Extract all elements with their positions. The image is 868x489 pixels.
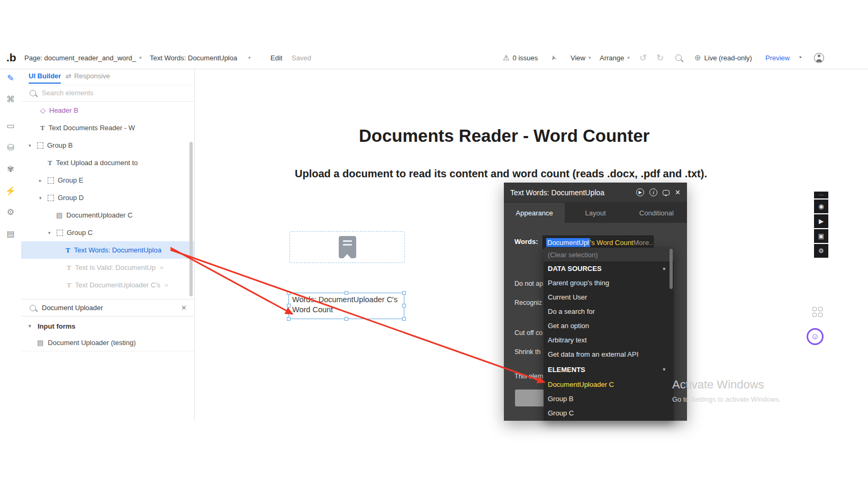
dropdown-clear-selection[interactable]: (Clear selection) [544,248,674,261]
tree-item-label: Text Documents Reader - W [49,124,135,132]
layers-icon[interactable]: ▣ [814,229,828,243]
tab-responsive-label: Responsive [74,72,110,80]
element-selector[interactable]: Text Words: DocumentUploa ▾ [150,47,251,69]
search-icon[interactable] [675,47,682,69]
tab-appearance[interactable]: Appearance [504,203,565,223]
dropdown-item-external-api[interactable]: Get data from an external API [544,347,674,361]
tree-item-label: Text Is Valid: DocumentUp [75,264,156,271]
tree-item-text-documents-reader[interactable]: T Text Documents Reader - W [21,119,194,137]
expression-selected-token[interactable]: DocumentUpl [546,238,590,247]
tree-item-text-documentuploader-cs[interactable]: T Text DocumentUploader C's ≈ [21,276,194,294]
expression-more-link[interactable]: More... [634,239,654,247]
selected-text-element[interactable]: Words: DocumentUploader C's Word Count [288,293,404,319]
uploader-element-icon: ▤ [56,211,62,219]
dropdown-item-group-c[interactable]: Group C [544,406,674,420]
undo-icon[interactable]: ↺ [639,47,647,69]
tab-ui-builder[interactable]: UI Builder [29,72,61,84]
card-tab-icon[interactable]: ▭ [0,121,21,131]
property-editor-titlebar[interactable]: Text Words: DocumentUploa ▶ i ✕ [504,183,687,203]
dropdown-scrollbar[interactable] [670,249,673,289]
text-element-line2: Word Count [292,305,401,315]
close-icon[interactable]: ✕ [675,188,681,196]
caret-down-icon[interactable]: ▾ [48,230,57,236]
dropdown-item-get-an-option[interactable]: Get an option [544,319,674,333]
resize-handle[interactable] [402,317,406,321]
account-avatar[interactable] [814,47,824,69]
tree-item-group-c[interactable]: ▾ Group C [21,224,194,241]
issues-indicator[interactable]: ⚠ 0 issues [503,47,538,69]
chat-widget-button[interactable]: ☺ [807,328,824,345]
logs-tab-icon[interactable]: ▤ [0,229,21,239]
tree-item-text-upload[interactable]: T Text Upload a document to [21,154,194,171]
view-menu[interactable]: View ▾ [571,47,591,69]
plugins-tab-icon[interactable]: ⚡ [0,186,21,196]
tree-item-text-words-selected[interactable]: T Text Words: DocumentUploa [21,241,194,259]
dropdown-item-arbitrary-text[interactable]: Arbitrary text [544,333,674,347]
resize-handle[interactable] [287,291,291,295]
expression-dynamic-token[interactable]: 's Word Count [590,239,634,247]
page-selector[interactable]: Page: document_reader_and_word_ ▾ [24,47,142,69]
caret-down-icon[interactable]: ▾ [39,195,48,201]
live-label: Live (read-only) [704,54,752,62]
dropdown-item-documentuploader-c[interactable]: DocumentUploader C [544,377,674,392]
design-tab-pencil-icon[interactable]: ✎ [0,73,21,83]
filter-input[interactable] [41,303,165,312]
caret-down-icon[interactable]: ▾ [29,323,34,329]
tree-item-group-d[interactable]: ▾ Group D [21,189,194,206]
tree-item-group-b[interactable]: ▾ Group B [21,137,194,154]
property-label-cut-off: Cut off co [514,329,542,337]
caret-right-icon[interactable]: ▸ [39,178,48,183]
apps-grid-icon[interactable] [812,307,822,317]
tree-item-group-e[interactable]: ▸ Group E [21,171,194,189]
gear-icon[interactable]: ⚙ [814,244,828,258]
capture-menu-dots-icon[interactable]: ⋯ [814,192,828,198]
dropdown-item-current-user[interactable]: Current User [544,290,674,304]
tree-item-label: Group B [47,141,73,149]
dropdown-item-group-b[interactable]: Group B [544,392,674,406]
preview-button[interactable]: Preview [765,47,790,69]
comment-icon[interactable] [663,190,670,195]
resize-handle[interactable] [345,317,348,321]
tree-item-documentuploader-c[interactable]: ▤ DocumentUploader C [21,206,194,224]
usage-pie-icon[interactable]: ◔ [797,47,868,69]
video-icon[interactable]: ▶ [814,214,828,228]
resize-handle[interactable] [287,304,291,307]
document-uploader-element[interactable] [290,231,405,263]
tab-layout[interactable]: Layout [565,203,626,223]
tree-item-text-is-valid[interactable]: T Text Is Valid: DocumentUp ≈ [21,259,194,276]
search-input[interactable] [41,88,159,97]
dropdown-item-parent-groups-thing[interactable]: Parent group's thing [544,276,674,290]
dropdown-header-elements[interactable]: ELEMENTS ▾ [544,361,674,377]
resize-handle[interactable] [345,291,348,295]
tree-scrollbar[interactable] [189,142,193,296]
redo-icon[interactable]: ↻ [656,47,664,69]
tab-responsive[interactable]: ⇄ Responsive [66,72,110,80]
clear-filter-icon[interactable]: ✕ [181,304,187,312]
resize-handle[interactable] [402,291,406,295]
settings-tab-icon[interactable]: ⚙ [0,207,21,217]
camera-icon[interactable]: ◉ [814,200,828,213]
resize-handle[interactable] [287,317,291,321]
dropdown-header-data-sources[interactable]: DATA SOURCES ▾ [544,261,674,276]
tree-item-header-b[interactable]: ◇ Header B [21,102,194,119]
live-mode-indicator[interactable]: ⊕ Live (read-only) [694,47,752,69]
play-icon[interactable]: ▶ [636,188,644,196]
bubble-logo[interactable]: .b [6,47,16,69]
dropdown-item-do-a-search-for[interactable]: Do a search for [544,304,674,319]
pointer-tool-icon[interactable]: ➤ [550,47,556,69]
tab-conditional[interactable]: Conditional [626,203,687,223]
data-tab-icon[interactable]: ⛁ [0,142,21,152]
styles-tab-icon[interactable]: ✾ [0,164,21,174]
info-icon[interactable]: i [649,188,657,196]
warning-icon: ⚠ [503,53,510,62]
arrange-menu[interactable]: Arrange ▾ [600,47,630,69]
workflow-tab-icon[interactable]: ⌘ [0,94,21,104]
edit-menu[interactable]: Edit [270,47,282,69]
header-element-icon: ◇ [40,106,46,114]
section-input-forms[interactable]: ▾ Input forms [21,318,194,334]
uploader-element-icon: ▤ [37,339,43,347]
chevron-down-icon: ▾ [589,55,591,60]
caret-down-icon[interactable]: ▾ [29,143,37,148]
component-document-uploader-testing[interactable]: ▤ Document Uploader (testing) [21,334,194,351]
resize-handle[interactable] [402,304,406,307]
